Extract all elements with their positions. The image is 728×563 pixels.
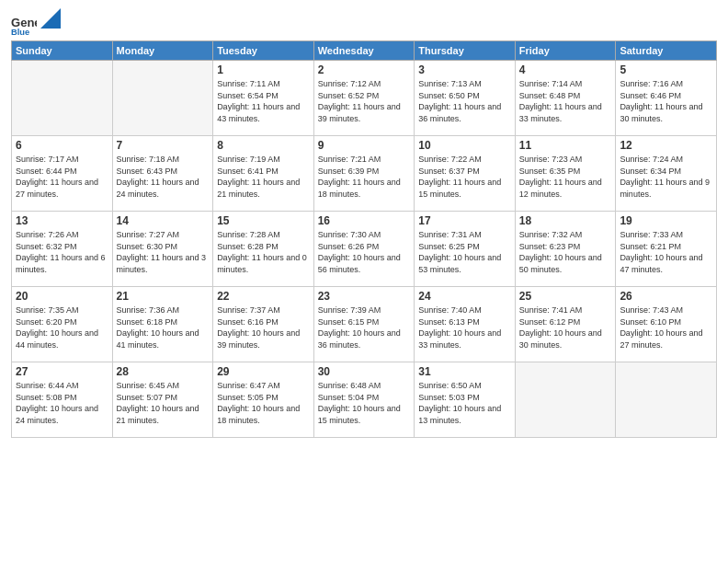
day-info: Sunrise: 6:47 AM Sunset: 5:05 PM Dayligh… — [217, 380, 310, 426]
day-number: 28 — [117, 365, 210, 378]
calendar-week-4: 20Sunrise: 7:35 AM Sunset: 6:20 PM Dayli… — [12, 287, 717, 362]
day-number: 2 — [318, 63, 411, 76]
calendar-cell — [12, 61, 113, 136]
day-info: Sunrise: 7:32 AM Sunset: 6:23 PM Dayligh… — [519, 229, 612, 275]
calendar-cell: 23Sunrise: 7:39 AM Sunset: 6:15 PM Dayli… — [313, 287, 415, 362]
day-number: 22 — [217, 290, 310, 303]
calendar-cell: 6Sunrise: 7:17 AM Sunset: 6:44 PM Daylig… — [12, 136, 113, 212]
calendar-cell: 20Sunrise: 7:35 AM Sunset: 6:20 PM Dayli… — [12, 287, 113, 362]
day-info: Sunrise: 7:43 AM Sunset: 6:10 PM Dayligh… — [620, 304, 712, 350]
calendar-cell: 5Sunrise: 7:16 AM Sunset: 6:46 PM Daylig… — [616, 61, 717, 136]
calendar-cell: 21Sunrise: 7:36 AM Sunset: 6:18 PM Dayli… — [112, 287, 213, 362]
day-info: Sunrise: 7:16 AM Sunset: 6:46 PM Dayligh… — [620, 78, 712, 124]
day-number: 10 — [418, 139, 511, 152]
calendar-week-5: 27Sunrise: 6:44 AM Sunset: 5:08 PM Dayli… — [12, 362, 717, 438]
day-info: Sunrise: 7:28 AM Sunset: 6:28 PM Dayligh… — [217, 229, 310, 275]
day-number: 7 — [117, 139, 210, 152]
calendar-cell: 11Sunrise: 7:23 AM Sunset: 6:35 PM Dayli… — [515, 136, 616, 212]
calendar-cell: 28Sunrise: 6:45 AM Sunset: 5:07 PM Dayli… — [112, 362, 213, 438]
calendar-cell: 18Sunrise: 7:32 AM Sunset: 6:23 PM Dayli… — [515, 212, 616, 287]
day-number: 27 — [16, 365, 108, 378]
day-info: Sunrise: 7:13 AM Sunset: 6:50 PM Dayligh… — [418, 78, 511, 124]
weekday-header-monday: Monday — [112, 41, 213, 61]
day-number: 3 — [418, 63, 511, 76]
day-number: 14 — [117, 214, 210, 227]
calendar-cell — [616, 362, 717, 438]
day-number: 8 — [217, 139, 310, 152]
calendar-week-2: 6Sunrise: 7:17 AM Sunset: 6:44 PM Daylig… — [12, 136, 717, 212]
day-number: 24 — [418, 290, 511, 303]
day-number: 9 — [318, 139, 411, 152]
calendar-cell: 31Sunrise: 6:50 AM Sunset: 5:03 PM Dayli… — [415, 362, 516, 438]
day-number: 23 — [318, 290, 411, 303]
calendar-cell: 13Sunrise: 7:26 AM Sunset: 6:32 PM Dayli… — [12, 212, 113, 287]
calendar-cell: 9Sunrise: 7:21 AM Sunset: 6:39 PM Daylig… — [313, 136, 415, 212]
calendar-cell: 1Sunrise: 7:11 AM Sunset: 6:54 PM Daylig… — [213, 61, 314, 136]
day-info: Sunrise: 7:36 AM Sunset: 6:18 PM Dayligh… — [117, 304, 210, 350]
day-number: 31 — [418, 365, 511, 378]
day-number: 13 — [16, 214, 108, 227]
day-info: Sunrise: 7:19 AM Sunset: 6:41 PM Dayligh… — [217, 154, 310, 200]
day-number: 19 — [620, 214, 712, 227]
day-info: Sunrise: 7:17 AM Sunset: 6:44 PM Dayligh… — [16, 154, 108, 200]
day-info: Sunrise: 7:26 AM Sunset: 6:32 PM Dayligh… — [16, 229, 108, 275]
day-number: 25 — [519, 290, 612, 303]
day-number: 11 — [519, 139, 612, 152]
day-info: Sunrise: 7:14 AM Sunset: 6:48 PM Dayligh… — [519, 78, 612, 124]
calendar-body: 1Sunrise: 7:11 AM Sunset: 6:54 PM Daylig… — [12, 61, 717, 438]
day-number: 1 — [217, 63, 310, 76]
day-number: 6 — [16, 139, 108, 152]
calendar-cell: 29Sunrise: 6:47 AM Sunset: 5:05 PM Dayli… — [213, 362, 314, 438]
day-info: Sunrise: 7:22 AM Sunset: 6:37 PM Dayligh… — [418, 154, 511, 200]
calendar-week-3: 13Sunrise: 7:26 AM Sunset: 6:32 PM Dayli… — [12, 212, 717, 287]
weekday-header-wednesday: Wednesday — [313, 41, 415, 61]
logo-triangle-icon — [40, 8, 61, 29]
day-number: 12 — [620, 139, 712, 152]
day-info: Sunrise: 7:33 AM Sunset: 6:21 PM Dayligh… — [620, 229, 712, 275]
weekday-header-saturday: Saturday — [616, 41, 717, 61]
page-header: General Blue — [11, 9, 717, 35]
calendar-cell: 7Sunrise: 7:18 AM Sunset: 6:43 PM Daylig… — [112, 136, 213, 212]
day-number: 26 — [620, 290, 712, 303]
day-info: Sunrise: 6:50 AM Sunset: 5:03 PM Dayligh… — [418, 380, 511, 426]
calendar-header: SundayMondayTuesdayWednesdayThursdayFrid… — [12, 41, 717, 61]
day-number: 5 — [620, 63, 712, 76]
calendar-cell: 22Sunrise: 7:37 AM Sunset: 6:16 PM Dayli… — [213, 287, 314, 362]
day-number: 18 — [519, 214, 612, 227]
day-info: Sunrise: 7:30 AM Sunset: 6:26 PM Dayligh… — [318, 229, 411, 275]
calendar-cell: 25Sunrise: 7:41 AM Sunset: 6:12 PM Dayli… — [515, 287, 616, 362]
day-number: 30 — [318, 365, 411, 378]
day-info: Sunrise: 7:31 AM Sunset: 6:25 PM Dayligh… — [418, 229, 511, 275]
weekday-header-tuesday: Tuesday — [213, 41, 314, 61]
day-info: Sunrise: 7:40 AM Sunset: 6:13 PM Dayligh… — [418, 304, 511, 350]
day-info: Sunrise: 7:18 AM Sunset: 6:43 PM Dayligh… — [117, 154, 210, 200]
day-number: 15 — [217, 214, 310, 227]
calendar-cell: 16Sunrise: 7:30 AM Sunset: 6:26 PM Dayli… — [313, 212, 415, 287]
day-info: Sunrise: 6:45 AM Sunset: 5:07 PM Dayligh… — [117, 380, 210, 426]
day-number: 29 — [217, 365, 310, 378]
weekday-header-thursday: Thursday — [415, 41, 516, 61]
weekday-header-sunday: Sunday — [12, 41, 113, 61]
calendar-cell: 12Sunrise: 7:24 AM Sunset: 6:34 PM Dayli… — [616, 136, 717, 212]
day-info: Sunrise: 7:12 AM Sunset: 6:52 PM Dayligh… — [318, 78, 411, 124]
logo-icon: General Blue — [11, 9, 37, 35]
day-info: Sunrise: 7:39 AM Sunset: 6:15 PM Dayligh… — [318, 304, 411, 350]
day-number: 16 — [318, 214, 411, 227]
weekday-header-friday: Friday — [515, 41, 616, 61]
calendar-cell: 19Sunrise: 7:33 AM Sunset: 6:21 PM Dayli… — [616, 212, 717, 287]
day-info: Sunrise: 7:23 AM Sunset: 6:35 PM Dayligh… — [519, 154, 612, 200]
day-info: Sunrise: 7:37 AM Sunset: 6:16 PM Dayligh… — [217, 304, 310, 350]
calendar-week-1: 1Sunrise: 7:11 AM Sunset: 6:54 PM Daylig… — [12, 61, 717, 136]
calendar-cell: 10Sunrise: 7:22 AM Sunset: 6:37 PM Dayli… — [415, 136, 516, 212]
calendar-cell: 24Sunrise: 7:40 AM Sunset: 6:13 PM Dayli… — [415, 287, 516, 362]
calendar-cell: 30Sunrise: 6:48 AM Sunset: 5:04 PM Dayli… — [313, 362, 415, 438]
svg-marker-3 — [40, 8, 61, 29]
day-info: Sunrise: 7:27 AM Sunset: 6:30 PM Dayligh… — [117, 229, 210, 275]
day-number: 4 — [519, 63, 612, 76]
calendar-cell: 17Sunrise: 7:31 AM Sunset: 6:25 PM Dayli… — [415, 212, 516, 287]
calendar-cell — [112, 61, 213, 136]
day-info: Sunrise: 6:44 AM Sunset: 5:08 PM Dayligh… — [16, 380, 108, 426]
calendar-cell: 27Sunrise: 6:44 AM Sunset: 5:08 PM Dayli… — [12, 362, 113, 438]
day-number: 20 — [16, 290, 108, 303]
logo: General Blue — [11, 9, 61, 35]
